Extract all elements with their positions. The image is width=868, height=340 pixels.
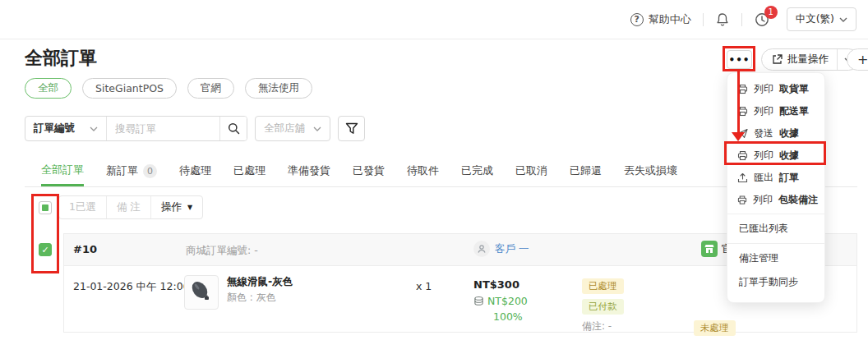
menu-item-export-orders[interactable]: 匯出訂單	[727, 167, 824, 189]
send-icon	[737, 128, 748, 139]
menu-item-send-receipt[interactable]: 發送收據	[727, 122, 824, 145]
tab-all-orders[interactable]: 全部訂單	[41, 163, 84, 186]
header-divider	[741, 13, 742, 26]
paid-percent: 100%	[493, 310, 528, 323]
notification-count-badge: 1	[764, 6, 778, 19]
search-field-label: 訂單編號	[34, 122, 75, 136]
external-link-icon	[772, 54, 783, 65]
tab-processed[interactable]: 已處理	[233, 163, 265, 186]
actions-dropdown-button[interactable]: 操作 ▼	[151, 196, 202, 218]
tab-pending[interactable]: 待處理	[179, 163, 211, 186]
printer-icon	[737, 84, 748, 94]
filter-chip-sitegiantpos[interactable]: SiteGiantPOS	[82, 78, 177, 99]
printer-icon	[737, 106, 748, 117]
chevron-down-icon	[839, 17, 847, 22]
filter-chip-all[interactable]: 全部	[25, 78, 72, 99]
help-center-link[interactable]: ? 幫助中心	[630, 12, 691, 27]
store-selector[interactable]: 全部店舖	[255, 116, 330, 141]
printer-icon	[737, 150, 748, 161]
filter-chip-unavailable[interactable]: 無法使用	[245, 78, 312, 99]
tab-new-orders[interactable]: 新訂單0	[106, 163, 157, 186]
chevron-down-icon	[313, 126, 321, 131]
menu-item-print-receipt[interactable]: 列印收據	[727, 145, 824, 167]
channel-filter-row: 全部 SiteGiantPOS 官網 無法使用	[25, 78, 312, 99]
menu-item-manual-order-sync[interactable]: 訂單手動同步	[727, 270, 824, 294]
menu-divider	[727, 214, 824, 214]
help-icon: ?	[630, 13, 644, 26]
help-label: 幫助中心	[649, 12, 691, 27]
payment-status-badge: 已付款	[582, 299, 624, 315]
search-group: 訂單編號	[25, 116, 247, 141]
search-field-selector[interactable]: 訂單編號	[25, 117, 107, 140]
filter-chip-official-site[interactable]: 官網	[187, 78, 234, 99]
customer-link[interactable]: 客戶 一	[473, 241, 529, 257]
menu-item-exported-list[interactable]: 已匯出列表	[727, 217, 824, 241]
fulfillment-status-badge: 已處理	[582, 278, 624, 294]
tab-ready-to-ship[interactable]: 準備發貨	[288, 163, 330, 186]
bell-icon	[715, 12, 730, 27]
tab-shipped[interactable]: 已發貨	[353, 163, 385, 186]
order-note: 備注: -	[582, 319, 624, 333]
note-button[interactable]: 備 注	[107, 196, 151, 218]
product-name[interactable]: 無線滑鼠-灰色	[227, 275, 298, 288]
page-title: 全部訂單	[25, 46, 97, 71]
advanced-filter-button[interactable]	[338, 116, 365, 141]
menu-item-print-delivery-note[interactable]: 列印配送單	[727, 100, 824, 122]
search-input[interactable]	[107, 117, 219, 140]
menu-divider	[727, 243, 824, 244]
menu-item-note-management[interactable]: 備注管理	[727, 246, 824, 270]
tab-returned[interactable]: 已歸還	[570, 163, 602, 186]
caret-down-icon: ▼	[187, 204, 192, 211]
processing-status-badge: 未處理	[694, 320, 736, 336]
more-actions-button[interactable]: •••	[727, 50, 752, 69]
customer-avatar	[473, 241, 490, 257]
paid-amount: NT$200	[487, 295, 528, 307]
language-selector[interactable]: 中文(繁)	[787, 7, 856, 31]
notification-bell-button[interactable]	[715, 12, 730, 27]
activity-history-button[interactable]: 1	[754, 11, 770, 28]
product-quantity: x 1	[416, 280, 432, 292]
indeterminate-mark	[42, 204, 48, 211]
customer-name: 客戶 一	[495, 242, 529, 256]
tab-to-pickup[interactable]: 待取件	[407, 163, 439, 186]
mall-order-number: 商城訂單編號: -	[186, 244, 258, 258]
order-id[interactable]: #10	[73, 243, 97, 255]
tab-lost-damaged[interactable]: 丟失或損壞	[624, 163, 677, 186]
new-orders-count-badge: 0	[143, 164, 157, 178]
price-block: NT$300 NT$200 100%	[473, 278, 528, 323]
storefront-icon	[701, 241, 718, 257]
order-row-checkbox[interactable]: ✓	[39, 243, 52, 256]
search-icon	[228, 122, 240, 135]
person-icon	[477, 244, 487, 254]
selected-count-label: 1已選	[59, 196, 107, 218]
batch-operation-button[interactable]: 批量操作	[761, 48, 860, 71]
store-selector-label: 全部店舖	[264, 122, 305, 136]
tab-completed[interactable]: 已完成	[461, 163, 493, 186]
header-divider	[703, 13, 704, 26]
export-icon	[737, 172, 748, 183]
chevron-down-icon	[90, 126, 98, 131]
filter-funnel-icon	[345, 122, 358, 135]
paid-amount-row: NT$200	[473, 295, 528, 307]
search-button[interactable]	[219, 117, 247, 140]
order-management-screen: ? 幫助中心 1 中文(繁) 全部訂單 ••• 批量操作 + 全部	[0, 0, 868, 340]
batch-operation-label: 批量操作	[787, 53, 829, 67]
menu-item-print-picking-list[interactable]: 列印取貨單	[727, 78, 824, 100]
order-date: 21-01-2026 中午 12:06	[73, 280, 190, 294]
batch-operation-main[interactable]: 批量操作	[762, 53, 837, 67]
menu-item-print-packing-note[interactable]: 列印包裝備注	[727, 189, 824, 211]
tab-cancelled[interactable]: 已取消	[515, 163, 547, 186]
product-info: 無線滑鼠-灰色 顏色 : 灰色	[227, 275, 298, 305]
product-thumbnail[interactable]	[184, 275, 219, 310]
status-column: 已處理 已付款 備注: -	[582, 278, 624, 333]
product-variant: 顏色 : 灰色	[227, 291, 298, 305]
more-actions-dropdown: 列印取貨單 列印配送單 發送收據 列印收據 匯出訂單 列印包裝備注 已匯出列表 …	[727, 72, 825, 303]
order-total: NT$300	[473, 278, 528, 291]
coins-icon	[473, 296, 484, 306]
select-all-checkbox[interactable]	[39, 201, 52, 214]
search-row: 訂單編號 全部店舖	[25, 116, 365, 141]
selection-action-bar: 1已選 備 注 操作 ▼	[58, 195, 203, 219]
top-header: ? 幫助中心 1 中文(繁)	[0, 0, 868, 39]
add-order-button[interactable]: +	[847, 48, 868, 71]
language-label: 中文(繁)	[796, 12, 834, 26]
